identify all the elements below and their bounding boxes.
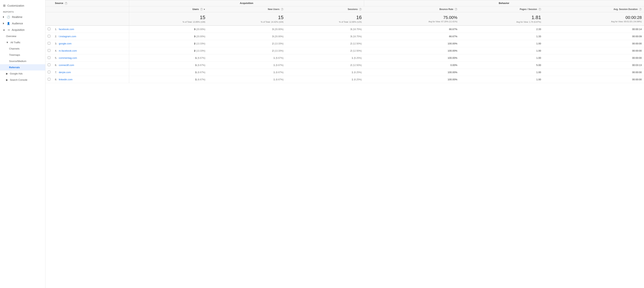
source-link[interactable]: deryie.com	[59, 71, 71, 74]
row-checkbox-cell[interactable]	[46, 62, 53, 69]
row-number: 3.	[55, 42, 57, 45]
row-new-users-cell: 1 (6.67%)	[208, 76, 286, 83]
source-link[interactable]: connecttf.com	[59, 64, 74, 67]
reports-section-label: REPORTS	[0, 9, 45, 14]
row-new-users-cell: 3 (20.00%)	[208, 33, 286, 40]
row-source-cell: 6. connecttf.com	[53, 62, 129, 69]
main-content: Source ? Acquisition Behavior Users	[46, 0, 644, 288]
row-sessions-pct: (12.50%)	[352, 64, 362, 67]
sidebar-item-acquisition[interactable]: ⇒ Acquisition	[0, 27, 45, 33]
users-help-icon[interactable]: ?	[200, 8, 203, 10]
row-bounce-rate-cell: 0.00%	[364, 62, 460, 69]
sidebar-item-overview[interactable]: Overview	[0, 33, 45, 39]
sidebar-item-all-traffic[interactable]: ▼ All Traffic	[0, 39, 45, 45]
source-link[interactable]: linkedin.com	[59, 78, 72, 81]
sidebar-item-audience[interactable]: 👤 Audience	[0, 20, 45, 27]
row-checkbox-cell[interactable]	[46, 40, 53, 47]
row-sessions-cell: 2 (12.50%)	[286, 40, 364, 47]
sidebar-item-customization[interactable]: ⊞ Customization	[0, 2, 45, 9]
row-bounce-rate-value: 100.00%	[448, 71, 457, 74]
users-col-header[interactable]: Users ? ▼	[129, 6, 208, 12]
row-users-value: 3	[194, 35, 196, 38]
sidebar-item-google-ads[interactable]: ▶ Google Ads	[0, 70, 45, 77]
source-link[interactable]: m.facebook.com	[59, 49, 77, 52]
row-sessions-value: 1	[352, 56, 353, 59]
bounce-rate-help-icon[interactable]: ?	[455, 8, 457, 10]
row-pages-session-cell: 1.00	[460, 54, 543, 62]
sidebar-item-realtime[interactable]: 🕐 Realtime	[0, 14, 45, 20]
row-checkbox[interactable]	[48, 63, 50, 66]
row-pages-session-cell: 1.00	[460, 40, 543, 47]
row-checkbox-cell[interactable]	[46, 76, 53, 83]
row-number: 6.	[55, 64, 57, 67]
summary-users-main: 15	[132, 14, 205, 20]
row-checkbox-cell[interactable]	[46, 33, 53, 40]
avg-session-help-icon[interactable]: ?	[639, 8, 642, 10]
row-new-users-pct: (6.67%)	[276, 71, 284, 74]
source-link[interactable]: commentag.com	[59, 56, 77, 59]
sessions-col-header[interactable]: Sessions ?	[286, 6, 364, 12]
summary-avg-session-sub: Avg for View: 00:01:03 (-54.98%)	[546, 20, 642, 23]
row-avg-session-cell: 00:00:00	[544, 76, 644, 83]
row-bounce-rate-value: 66.67%	[449, 28, 457, 31]
row-new-users-value: 3	[272, 35, 274, 38]
pages-session-help-icon[interactable]: ?	[538, 8, 541, 10]
row-bounce-rate-cell: 100.00%	[364, 47, 460, 54]
avg-session-col-header[interactable]: Avg. Session Duration ?	[544, 6, 644, 12]
source-help-icon[interactable]: ?	[65, 2, 68, 5]
search-console-label: Search Console	[10, 78, 28, 81]
sessions-help-icon[interactable]: ?	[359, 8, 362, 10]
row-source-cell: 4. m.facebook.com	[53, 47, 129, 54]
audience-label: Audience	[12, 22, 23, 25]
row-bounce-rate-value: 66.67%	[449, 35, 457, 38]
row-number: 7.	[55, 71, 57, 74]
row-checkbox-cell[interactable]	[46, 25, 53, 33]
table-row: 6. connecttf.com 1 (6.67%) 1 (6.67%) 2 (…	[46, 62, 644, 69]
row-checkbox[interactable]	[48, 56, 50, 59]
table-body: 15 % of Total: 13.89% (108) 15 % of Tota…	[46, 12, 644, 83]
checkbox-header-cell	[46, 0, 53, 6]
behavior-group-label: Behavior	[499, 2, 509, 4]
row-checkbox[interactable]	[48, 71, 50, 73]
sidebar-item-referrals[interactable]: Referrals	[0, 64, 45, 70]
new-users-help-icon[interactable]: ?	[281, 8, 284, 10]
row-sessions-pct: (12.50%)	[352, 42, 362, 45]
source-medium-label: Source/Medium	[9, 60, 26, 63]
row-sessions-cell: 2 (12.50%)	[286, 47, 364, 54]
source-link[interactable]: facebook.com	[59, 28, 74, 31]
row-avg-session-value: 00:00:00	[632, 42, 642, 45]
row-sessions-cell: 1 (6.25%)	[286, 76, 364, 83]
sidebar-item-source-medium[interactable]: Source/Medium	[0, 58, 45, 64]
row-checkbox[interactable]	[48, 42, 50, 45]
row-users-value: 1	[195, 64, 196, 67]
row-bounce-rate-cell: 100.00%	[364, 69, 460, 76]
row-checkbox-cell[interactable]	[46, 54, 53, 62]
row-new-users-pct: (20.00%)	[274, 35, 284, 38]
summary-bounce-rate-main: 75.00%	[366, 15, 457, 20]
row-sessions-value: 2	[350, 49, 352, 52]
new-users-col-header[interactable]: New Users ?	[208, 6, 286, 12]
pages-session-col-header[interactable]: Pages / Session ?	[460, 6, 543, 12]
row-checkbox-cell[interactable]	[46, 69, 53, 76]
sidebar-item-treemaps[interactable]: Treemaps	[0, 52, 45, 58]
sidebar: ⊞ Customization REPORTS 🕐 Realtime 👤 Aud…	[0, 0, 46, 288]
row-checkbox[interactable]	[48, 35, 50, 37]
row-new-users-cell: 3 (20.00%)	[208, 25, 286, 33]
row-pages-session-value: 1.00	[536, 42, 541, 45]
source-link[interactable]: google.com	[59, 42, 72, 45]
row-checkbox[interactable]	[48, 78, 50, 81]
row-users-pct: (20.00%)	[196, 28, 206, 31]
row-users-pct: (6.67%)	[197, 78, 205, 81]
bounce-rate-col-header[interactable]: Bounce Rate ?	[364, 6, 460, 12]
source-link[interactable]: l.instagram.com	[59, 35, 76, 38]
row-avg-session-value: 00:03:13	[632, 64, 642, 67]
sidebar-item-search-console[interactable]: ▶ Search Console	[0, 77, 45, 83]
sidebar-item-channels[interactable]: Channels	[0, 45, 45, 52]
row-checkbox[interactable]	[48, 49, 50, 52]
row-checkbox[interactable]	[48, 28, 50, 30]
row-sessions-cell: 1 (6.25%)	[286, 69, 364, 76]
checkbox-col-header	[46, 6, 53, 12]
row-checkbox-cell[interactable]	[46, 47, 53, 54]
table-row: 8. linkedin.com 1 (6.67%) 1 (6.67%) 1 (6…	[46, 76, 644, 83]
table-row: 5. commentag.com 1 (6.67%) 1 (6.67%) 1 (…	[46, 54, 644, 62]
